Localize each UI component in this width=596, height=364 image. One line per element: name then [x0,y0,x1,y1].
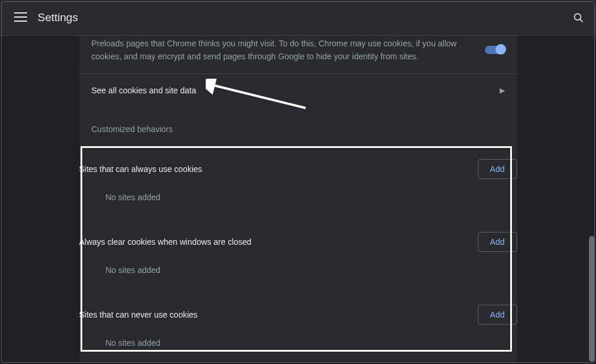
empty-state: No sites added [79,330,517,363]
preload-row: Preloads pages that Chrome thinks you mi… [79,36,517,74]
always-use-title: Sites that can always use cookies [79,164,202,174]
settings-card: Preloads pages that Chrome thinks you mi… [79,36,517,363]
clear-on-close-block: Always clear cookies when windows are cl… [79,218,517,291]
never-use-title: Sites that can never use cookies [79,310,198,319]
add-button[interactable]: Add [478,232,517,252]
see-all-cookies-row[interactable]: See all cookies and site data ▶ [79,74,517,107]
svg-point-0 [574,14,581,20]
search-icon[interactable] [572,12,584,23]
scrollbar[interactable] [589,236,595,362]
add-button[interactable]: Add [478,305,517,325]
see-all-cookies-label: See all cookies and site data [92,86,500,95]
custom-behaviors-header: Customized behaviors [92,107,505,146]
preload-toggle[interactable] [485,46,505,54]
empty-state: No sites added [79,257,517,291]
empty-state: No sites added [79,184,517,218]
always-use-cookies-block: Sites that can always use cookies Add No… [79,146,517,218]
clear-on-close-title: Always clear cookies when windows are cl… [79,237,252,247]
preload-description: Preloads pages that Chrome thinks you mi… [92,37,473,63]
svg-line-1 [580,19,583,22]
never-use-cookies-block: Sites that can never use cookies Add No … [79,291,517,363]
chevron-right-icon: ▶ [500,86,505,95]
toolbar-title: Settings [38,11,78,24]
menu-icon[interactable] [14,12,27,23]
content-area: Preloads pages that Chrome thinks you mi… [0,35,596,363]
add-button[interactable]: Add [478,159,517,179]
toolbar: Settings [0,0,596,35]
